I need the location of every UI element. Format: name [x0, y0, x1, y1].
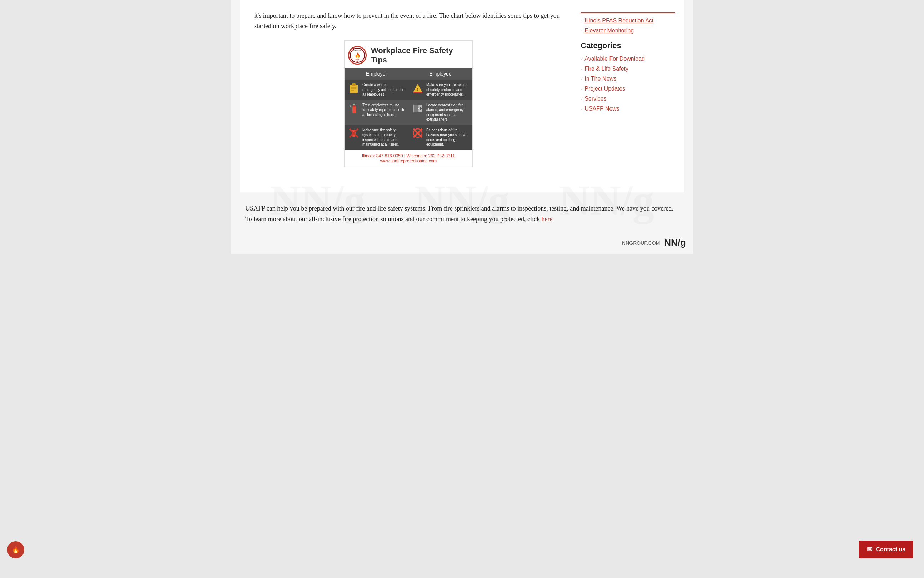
dash-icon: - — [581, 86, 582, 92]
crossed-extinguisher-icon — [348, 128, 360, 139]
bottom-text: USAFP can help you be prepared with our … — [245, 205, 673, 223]
project-updates-link[interactable]: Project Updates — [584, 86, 625, 92]
employer-cell-3: Make sure fire safety systems are proper… — [345, 125, 408, 150]
employee-text-3: Be conscious of fire hazards near you su… — [426, 128, 469, 147]
nngroup-footer: NNGROUP.COM NN/g — [231, 232, 693, 254]
sidebar-category-item: - Project Updates — [581, 86, 675, 92]
table-row: Train employees to use fire safety equip… — [345, 100, 472, 125]
badge-top-text: UNITEDSTATES — [353, 48, 361, 52]
nngroup-logo: NN/g — [664, 237, 686, 248]
website-url: www.usafireprotectioninc.com — [348, 158, 469, 163]
available-for-download-link[interactable]: Available For Download — [584, 56, 645, 62]
here-link[interactable]: here — [542, 216, 553, 222]
safety-tips-table: Employer Employee — [345, 68, 472, 150]
employer-text-2: Train employees to use fire safety equip… — [363, 103, 405, 117]
table-row: Create a written emergency action plan f… — [345, 80, 472, 100]
in-the-news-link[interactable]: In The News — [584, 76, 617, 82]
sidebar-category-item: - Services — [581, 96, 675, 102]
dash-icon: - — [581, 66, 582, 72]
employee-column-header: Employee — [408, 68, 472, 80]
dash-icon: - — [581, 28, 582, 34]
employer-cell-2: Train employees to use fire safety equip… — [345, 100, 408, 125]
employer-column-header: Employer — [345, 68, 408, 80]
usafp-news-link[interactable]: USAFP News — [584, 106, 620, 112]
sidebar: - Illinois PFAS Reduction Act - Elevator… — [573, 7, 684, 178]
infographic-title: Workplace Fire Safety Tips — [371, 46, 469, 65]
badge-fire-icon: 🔥 — [355, 52, 361, 58]
table-row: Make sure fire safety systems are proper… — [345, 125, 472, 150]
clipboard-icon — [348, 83, 360, 94]
employee-text-2: Locate nearest exit, fire alarms, and em… — [426, 103, 469, 122]
employee-cell-3: Be conscious of fire hazards near you su… — [408, 125, 472, 150]
sidebar-category-item: - USAFP News — [581, 106, 675, 112]
services-link[interactable]: Services — [584, 96, 606, 102]
badge-bottom-text: FIREPROTECTION — [352, 59, 363, 63]
employer-cell-1: Create a written emergency action plan f… — [345, 80, 408, 100]
extinguisher-icon — [348, 103, 360, 114]
fire-hazard-icon — [412, 128, 423, 139]
dash-icon: - — [581, 106, 582, 112]
sidebar-category-item: - Available For Download — [581, 56, 675, 62]
intro-text: it's important to prepare and know how t… — [254, 11, 563, 31]
nngroup-url-text: NNGROUP.COM — [622, 240, 660, 246]
employer-text-3: Make sure fire safety systems are proper… — [363, 128, 405, 147]
dash-icon: - — [581, 18, 582, 24]
infographic-header: UNITEDSTATES 🔥 FIREPROTECTION Workplace … — [345, 41, 472, 68]
sidebar-category-item: - In The News — [581, 76, 675, 82]
usaf-badge-icon: UNITEDSTATES 🔥 FIREPROTECTION — [348, 46, 367, 65]
svg-point-15 — [418, 108, 419, 109]
illinois-pfas-link[interactable]: Illinois PFAS Reduction Act — [584, 18, 653, 24]
svg-rect-13 — [414, 105, 418, 112]
warning-cone-icon: ! — [412, 83, 423, 94]
elevator-monitoring-link[interactable]: Elevator Monitoring — [584, 28, 634, 34]
bottom-text-area: USAFP can help you be prepared with our … — [231, 192, 693, 232]
svg-rect-1 — [352, 83, 356, 86]
dash-icon: - — [581, 76, 582, 82]
employer-text-1: Create a written emergency action plan f… — [363, 83, 405, 97]
svg-text:!: ! — [417, 88, 418, 91]
infographic-footer: Illinois: 847-816-0050 | Wisconsin: 262-… — [345, 150, 472, 167]
phone-number: Illinois: 847-816-0050 | Wisconsin: 262-… — [348, 153, 469, 158]
sidebar-link-item: - Illinois PFAS Reduction Act — [581, 18, 675, 24]
employee-text-1: Make sure you are aware of safety protoc… — [426, 83, 469, 97]
employee-cell-1: ! Make sure you are aware of safety prot… — [408, 80, 472, 100]
sidebar-top-divider — [581, 13, 675, 13]
svg-rect-10 — [353, 104, 355, 105]
employee-cell-2: Locate nearest exit, fire alarms, and em… — [408, 100, 472, 125]
infographic: UNITEDSTATES 🔥 FIREPROTECTION Workplace … — [344, 40, 473, 167]
fire-life-safety-link[interactable]: Fire & Life Safety — [584, 66, 628, 72]
dash-icon: - — [581, 96, 582, 102]
categories-heading: Categories — [581, 41, 675, 50]
sidebar-link-item: - Elevator Monitoring — [581, 28, 675, 34]
dash-icon: - — [581, 56, 582, 62]
svg-rect-8 — [352, 106, 356, 114]
exit-door-icon — [412, 103, 423, 114]
sidebar-category-item: - Fire & Life Safety — [581, 66, 675, 72]
